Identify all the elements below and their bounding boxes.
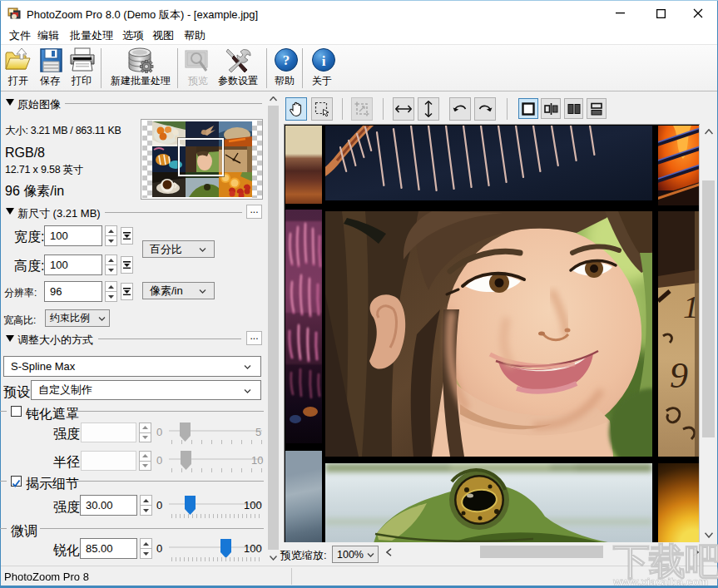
svg-text:9: 9 <box>670 355 688 396</box>
svg-text:i: i <box>322 53 326 69</box>
svg-text:?: ? <box>283 52 290 68</box>
